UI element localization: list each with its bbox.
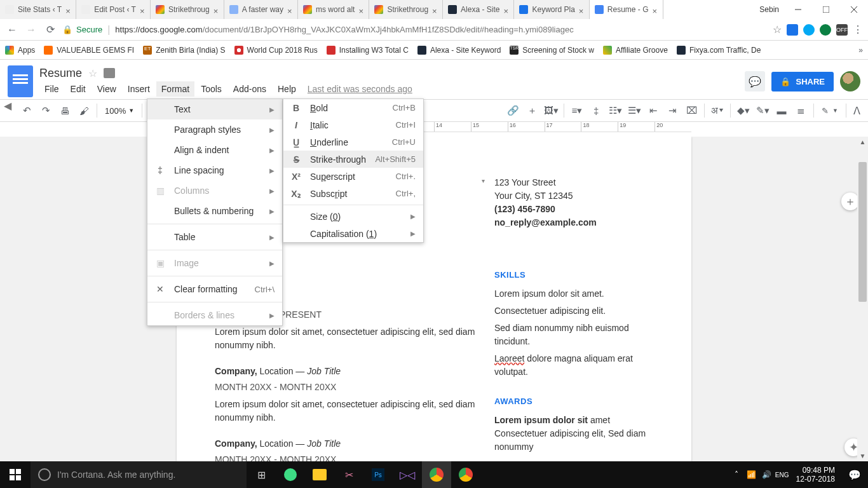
star-icon[interactable]: ☆ xyxy=(88,67,97,79)
menu-format[interactable]: Format xyxy=(156,81,194,97)
cortana-search[interactable]: I'm Cortana. Ask me anything. xyxy=(31,461,247,488)
tray-clock[interactable]: 09:48 PM12-07-2018 xyxy=(790,466,841,484)
bookmark-item[interactable]: VALUEABLE GEMS FI xyxy=(44,46,134,55)
chrome-profile[interactable]: Sebin xyxy=(754,0,784,19)
extension-icon[interactable] xyxy=(787,24,798,36)
chrome-menu-icon[interactable]: ⋮ xyxy=(853,24,863,36)
extension-icon[interactable] xyxy=(803,24,815,36)
browser-tab[interactable]: Strikethroug xyxy=(151,0,224,19)
browser-tab[interactable]: Keyword Pla xyxy=(514,0,589,19)
close-icon[interactable] xyxy=(65,7,71,12)
border-style-button[interactable]: ≣ xyxy=(792,102,810,119)
expand-toolbar[interactable]: ᐱ xyxy=(850,105,863,117)
share-button[interactable]: 🔒SHARE xyxy=(771,72,834,92)
menu-tools[interactable]: Tools xyxy=(196,81,227,97)
url-field[interactable]: https://docs.google.com/document/d/1BrJp… xyxy=(115,25,768,34)
browser-tab[interactable]: Strikethroug xyxy=(369,0,443,19)
action-center-icon[interactable]: 💬 xyxy=(841,469,868,481)
undo-button[interactable]: ↶ xyxy=(18,102,36,119)
taskbar-app[interactable]: Ps xyxy=(363,461,393,488)
start-button[interactable] xyxy=(0,461,31,488)
bookmark-item[interactable]: Alexa - Site Keyword xyxy=(417,46,501,55)
extension-icon[interactable] xyxy=(820,24,831,36)
tray-volume-icon[interactable]: 🔊 xyxy=(759,461,775,488)
comments-button[interactable]: 💬 xyxy=(745,71,765,92)
vertical-scrollbar[interactable]: ▲ ▼ xyxy=(857,137,868,461)
taskbar-app[interactable]: ▷◁ xyxy=(393,461,422,488)
image-button[interactable]: 🖼▾ xyxy=(542,102,560,119)
browser-tab[interactable]: ms word alt xyxy=(298,0,369,19)
right-column[interactable]: SKILLS Lorem ipsum dolor sit amet. Conse… xyxy=(494,292,653,461)
menu-item-table[interactable]: Table▶ xyxy=(147,227,282,247)
close-window-button[interactable] xyxy=(840,0,868,19)
extension-icon[interactable]: OFF xyxy=(836,24,848,36)
bookmark-overflow[interactable]: » xyxy=(858,46,863,55)
menu-addons[interactable]: Add-ons xyxy=(228,81,271,97)
submenu-item[interactable]: S̶Strike-throughAlt+Shift+5 xyxy=(283,151,423,168)
close-icon[interactable] xyxy=(140,7,145,12)
close-icon[interactable] xyxy=(579,7,584,12)
border-button[interactable]: ▬ xyxy=(773,102,790,119)
align-button[interactable]: ≡▾ xyxy=(568,102,586,119)
bookmark-item[interactable]: World Cup 2018 Rus xyxy=(234,46,318,55)
menu-item-align-indent[interactable]: Align & indent▶ xyxy=(147,140,282,160)
menu-item-clear-formatting[interactable]: ✕Clear formattingCtrl+\ xyxy=(147,279,282,299)
taskbar-app-chrome[interactable] xyxy=(422,461,451,488)
print-button[interactable]: 🖶 xyxy=(56,102,74,119)
taskbar-app-chrome[interactable] xyxy=(451,461,480,488)
maximize-button[interactable] xyxy=(812,0,840,19)
tray-network-icon[interactable]: 📶 xyxy=(744,461,759,488)
last-edit[interactable]: Last edit was seconds ago xyxy=(302,81,417,97)
outline-toggle[interactable]: ◀ xyxy=(4,100,17,112)
redo-button[interactable]: ↷ xyxy=(37,102,55,119)
submenu-item[interactable]: BBoldCtrl+B xyxy=(283,99,423,116)
account-avatar[interactable] xyxy=(840,71,860,92)
highlight-button[interactable]: ✎▾ xyxy=(754,102,771,119)
paint-format-button[interactable]: 🖌 xyxy=(75,102,93,119)
docs-logo[interactable] xyxy=(8,65,33,97)
scroll-down[interactable]: ▼ xyxy=(857,451,868,461)
add-comment-bubble[interactable]: ＋ xyxy=(841,193,859,210)
numbered-list-button[interactable]: ☷▾ xyxy=(606,102,624,119)
submenu-item[interactable]: X₂SubscriptCtrl+, xyxy=(283,185,423,202)
menu-edit[interactable]: Edit xyxy=(65,81,91,97)
bookmark-item[interactable]: Fixya.com Traffic, De xyxy=(677,46,761,55)
outdent-button[interactable]: ⇤ xyxy=(644,102,662,119)
back-button[interactable]: ← xyxy=(5,23,19,37)
menu-item-line-spacing[interactable]: ‡Line spacing▶ xyxy=(147,160,282,180)
menu-file[interactable]: File xyxy=(39,81,64,97)
bookmark-item[interactable]: ETZenith Birla (India) S xyxy=(143,46,225,55)
contact-block[interactable]: ▾ 123 Your Street Your City, ST 12345 (1… xyxy=(494,176,653,229)
line-spacing-button[interactable]: ‡ xyxy=(587,102,605,119)
apps-button[interactable]: Apps xyxy=(5,46,35,55)
close-icon[interactable] xyxy=(503,7,508,12)
star-icon[interactable]: ☆ xyxy=(773,24,782,36)
submenu-item[interactable]: Capitalisation (1)▶ xyxy=(283,225,423,242)
folder-icon[interactable] xyxy=(104,68,115,78)
menu-item-bullets-numbering[interactable]: Bullets & numbering▶ xyxy=(147,201,282,221)
close-icon[interactable] xyxy=(653,7,658,12)
editing-mode[interactable]: ✎▼ xyxy=(818,106,842,116)
minimize-button[interactable] xyxy=(784,0,812,19)
submenu-item[interactable]: U̲UnderlineCtrl+U xyxy=(283,133,423,151)
zoom-select[interactable]: 100%▼ xyxy=(101,106,138,116)
close-icon[interactable] xyxy=(214,7,219,12)
task-view-button[interactable]: ⊞ xyxy=(247,461,276,488)
bookmark-item[interactable]: TSRScreening of Stock w xyxy=(510,46,594,55)
reload-button[interactable]: ⟳ xyxy=(43,23,57,37)
menu-item-paragraph-styles[interactable]: Paragraph styles▶ xyxy=(147,119,282,140)
browser-tab[interactable]: Edit Post ‹ T xyxy=(76,0,151,19)
close-icon[interactable] xyxy=(287,7,292,12)
indent-button[interactable]: ⇥ xyxy=(663,102,681,119)
doc-title[interactable]: Resume xyxy=(39,67,82,80)
browser-tab[interactable]: A faster way xyxy=(224,0,298,19)
text-color-button[interactable]: ◆▾ xyxy=(735,102,752,119)
comment-button[interactable]: ＋ xyxy=(523,102,541,119)
bulleted-list-button[interactable]: ☰▾ xyxy=(625,102,643,119)
scroll-up[interactable]: ▲ xyxy=(857,137,868,147)
close-icon[interactable] xyxy=(432,7,437,12)
submenu-item[interactable]: X²SuperscriptCtrl+. xyxy=(283,168,423,185)
input-tools-button[interactable]: अ▾ xyxy=(709,102,726,119)
browser-tab-active[interactable]: Resume - G xyxy=(590,0,663,19)
menu-view[interactable]: View xyxy=(92,81,121,97)
